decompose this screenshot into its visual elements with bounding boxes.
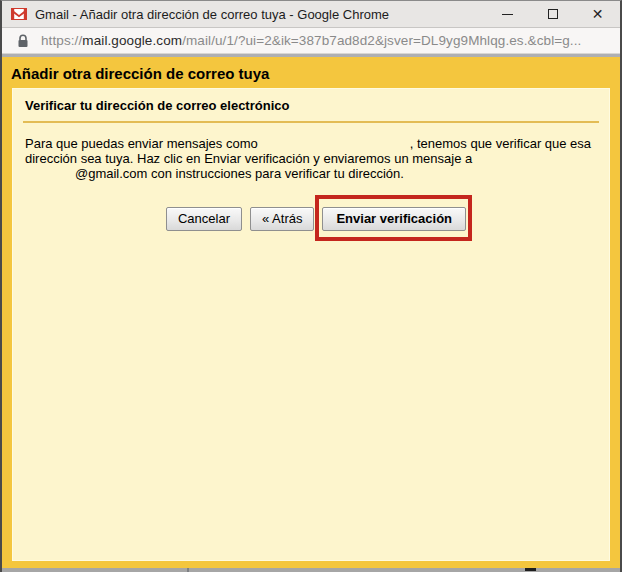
- dialog-area: Añadir otra dirección de correo tuya Ver…: [2, 58, 620, 568]
- close-icon: ✕: [592, 7, 604, 21]
- toolbar-separator: [2, 54, 620, 57]
- url-domain: mail.google.com: [82, 33, 182, 48]
- section-title: Verificar tu dirección de correo electró…: [25, 98, 597, 113]
- window-title: Gmail - Añadir otra dirección de correo …: [35, 7, 485, 22]
- gmail-icon: [11, 6, 27, 22]
- address-bar[interactable]: https://mail.google.com/mail/u/1/?ui=2&i…: [2, 28, 620, 54]
- button-row: Cancelar « Atrás Enviar verificación: [25, 207, 597, 231]
- background-window-divider: [187, 568, 189, 572]
- lock-icon[interactable]: [17, 34, 29, 48]
- url-text: https://mail.google.com/mail/u/1/?ui=2&i…: [41, 33, 581, 48]
- body-line-2: dirección sea tuya. Haz clic en Enviar v…: [25, 151, 597, 166]
- verification-panel: Verificar tu dirección de correo electró…: [12, 88, 610, 561]
- close-button[interactable]: ✕: [575, 1, 620, 27]
- browser-popup-window: Gmail - Añadir otra dirección de correo …: [0, 0, 622, 572]
- minimize-icon: [502, 14, 513, 15]
- page-title: Añadir otra dirección de correo tuya: [2, 58, 620, 88]
- body-line-1: Para que puedas enviar mensajes como, te…: [25, 136, 597, 151]
- cancel-button[interactable]: Cancelar: [166, 207, 242, 231]
- section-divider: [23, 121, 599, 123]
- minimize-button[interactable]: [485, 1, 530, 27]
- background-window-strip: [2, 568, 620, 572]
- maximize-icon: [548, 9, 558, 19]
- url-scheme: https://: [41, 33, 82, 48]
- window-titlebar[interactable]: Gmail - Añadir otra dirección de correo …: [2, 1, 620, 28]
- maximize-button[interactable]: [530, 1, 575, 27]
- body-line-3: @gmail.com con instrucciones para verifi…: [25, 166, 597, 181]
- back-button[interactable]: « Atrás: [250, 207, 314, 231]
- window-controls: ✕: [485, 1, 620, 27]
- send-button-wrapper: Enviar verificación: [322, 207, 466, 231]
- url-path: /mail/u/1/?ui=2&ik=387b7ad8d2&jsver=DL9y…: [182, 33, 581, 48]
- background-window-mark: [525, 568, 536, 571]
- send-verification-button[interactable]: Enviar verificación: [322, 207, 466, 231]
- body-paragraph: Para que puedas enviar mensajes como, te…: [25, 136, 597, 181]
